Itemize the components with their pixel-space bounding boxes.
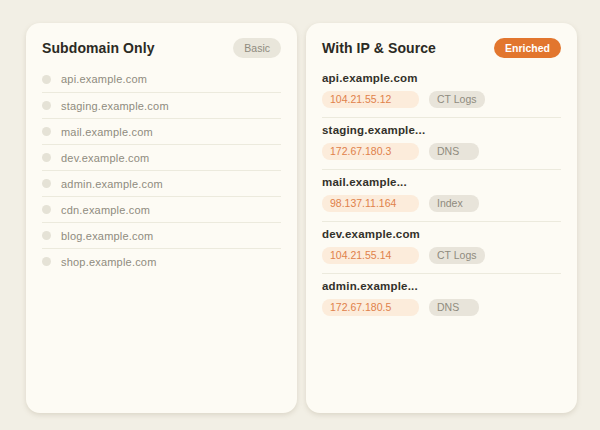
ip-chip: 172.67.180.3 [322,143,419,160]
basic-badge: Basic [233,38,281,58]
source-chip: CT Logs [429,91,485,108]
enriched-list: api.example.com 104.21.55.12 CT Logs sta… [322,66,561,325]
subdomain-label: dev.example.com [61,152,149,164]
ip-chip: 172.67.180.5 [322,299,419,316]
list-item: mail.example.com [42,118,281,144]
source-chip: CT Logs [429,247,485,264]
source-chip: DNS [429,299,479,316]
dot-icon [42,75,51,84]
chip-row: 104.21.55.12 CT Logs [322,91,561,108]
dot-icon [42,153,51,162]
panel-title: With IP & Source [322,40,436,56]
source-chip: Index [429,195,479,212]
domain-label: admin.example... [322,279,561,293]
dot-icon [42,179,51,188]
list-item: staging.example.com [42,92,281,118]
ip-chip: 104.21.55.12 [322,91,419,108]
subdomain-only-panel: Subdomain Only Basic api.example.com sta… [26,23,297,413]
subdomain-label: blog.example.com [61,230,153,242]
list-item: api.example.com [42,66,281,92]
panel-header: Subdomain Only Basic [42,37,281,59]
list-item: cdn.example.com [42,196,281,222]
subdomain-list: api.example.com staging.example.com mail… [42,66,281,274]
chip-row: 98.137.11.164 Index [322,195,561,212]
source-chip: DNS [429,143,479,160]
subdomain-label: mail.example.com [61,126,153,138]
enriched-panel: With IP & Source Enriched api.example.co… [306,23,577,413]
enriched-row: admin.example... 172.67.180.5 DNS [322,273,561,325]
panel-header: With IP & Source Enriched [322,37,561,59]
chip-row: 172.67.180.5 DNS [322,299,561,316]
chip-row: 104.21.55.14 CT Logs [322,247,561,264]
dot-icon [42,257,51,266]
subdomain-label: staging.example.com [61,100,169,112]
subdomain-label: api.example.com [61,73,147,85]
enriched-row: dev.example.com 104.21.55.14 CT Logs [322,221,561,273]
subdomain-label: cdn.example.com [61,204,150,216]
subdomain-label: admin.example.com [61,178,163,190]
enriched-badge: Enriched [494,38,561,58]
comparison-layout: Subdomain Only Basic api.example.com sta… [0,0,600,430]
enriched-row: staging.example... 172.67.180.3 DNS [322,117,561,169]
domain-label: api.example.com [322,71,561,85]
dot-icon [42,127,51,136]
subdomain-label: shop.example.com [61,256,157,268]
enriched-row: api.example.com 104.21.55.12 CT Logs [322,66,561,117]
domain-label: staging.example... [322,123,561,137]
ip-chip: 98.137.11.164 [322,195,419,212]
dot-icon [42,205,51,214]
ip-chip: 104.21.55.14 [322,247,419,264]
panel-title: Subdomain Only [42,40,155,56]
dot-icon [42,101,51,110]
chip-row: 172.67.180.3 DNS [322,143,561,160]
enriched-row: mail.example... 98.137.11.164 Index [322,169,561,221]
domain-label: mail.example... [322,175,561,189]
list-item: dev.example.com [42,144,281,170]
dot-icon [42,231,51,240]
domain-label: dev.example.com [322,227,561,241]
list-item: admin.example.com [42,170,281,196]
list-item: shop.example.com [42,248,281,274]
list-item: blog.example.com [42,222,281,248]
